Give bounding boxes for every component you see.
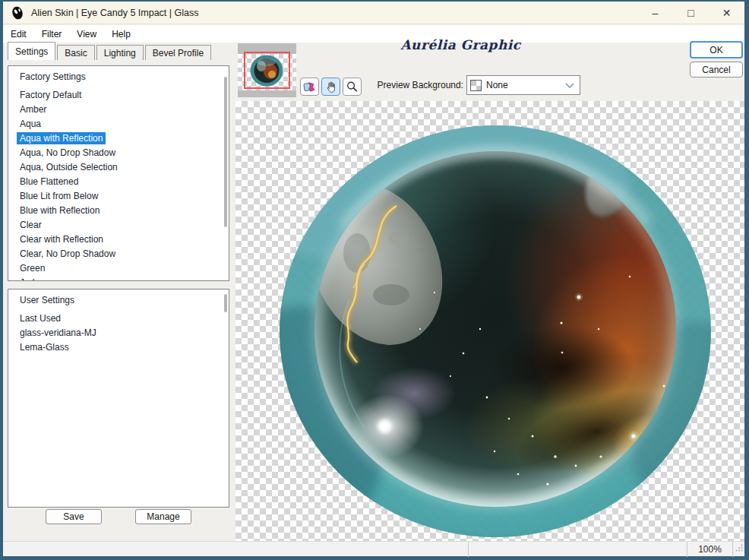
preset-item[interactable]: Amber	[17, 103, 49, 115]
cancel-button[interactable]: Cancel	[690, 62, 743, 78]
chevron-down-icon	[565, 83, 574, 88]
preview-background-dropdown[interactable]: None	[466, 75, 580, 95]
user-settings-items: Last Usedglass-veridiana-MJLema-Glass	[8, 312, 229, 353]
factory-settings-list[interactable]: Factory Settings Factory DefaultAmberAqu…	[8, 65, 229, 281]
preset-item[interactable]: Clear with Reflection	[17, 233, 106, 245]
checkerboard-swatch-icon	[470, 80, 482, 91]
close-button[interactable]: ✕	[709, 2, 744, 24]
pan-tool-button[interactable]	[321, 78, 340, 96]
preset-item[interactable]: Last Used	[17, 312, 64, 324]
zoom-level: 100%	[687, 542, 733, 557]
preview-navigator[interactable]	[238, 43, 296, 97]
preset-item[interactable]: Blue with Reflection	[17, 204, 103, 217]
tab[interactable]: Bevel Profile	[145, 45, 211, 60]
preset-item[interactable]: Aqua	[17, 118, 44, 130]
maximize-button[interactable]: □	[673, 2, 709, 24]
preset-item[interactable]: Clear	[17, 219, 45, 231]
preset-item[interactable]: Clear, No Drop Shadow	[17, 248, 119, 260]
menu-item[interactable]: Edit	[3, 27, 34, 41]
preset-item[interactable]: glass-veridiana-MJ	[17, 327, 100, 339]
tab[interactable]: Settings	[8, 42, 55, 60]
user-settings-header: User Settings	[17, 294, 77, 306]
preview-background-label: Preview Background:	[351, 80, 463, 90]
preset-item[interactable]: Jade	[17, 277, 43, 281]
factory-scrollbar[interactable]	[224, 68, 227, 279]
window-title: Alien Skin | Eye Candy 5 Impact | Glass	[31, 8, 198, 18]
watermark-text: Aurélia Graphic	[379, 37, 542, 52]
tab[interactable]: Lighting	[96, 45, 144, 60]
glass-sphere-preview	[235, 101, 744, 541]
preview-canvas[interactable]	[235, 101, 744, 541]
factory-settings-header: Factory Settings	[17, 71, 89, 83]
dialog-window: Alien Skin | Eye Candy 5 Impact | Glass …	[3, 2, 744, 556]
compare-view-button[interactable]	[300, 78, 319, 96]
preset-item[interactable]: Aqua with Reflection	[17, 132, 106, 144]
title-bar: Alien Skin | Eye Candy 5 Impact | Glass …	[3, 2, 744, 24]
status-cell	[3, 542, 469, 557]
scrollbar-thumb[interactable]	[224, 77, 227, 227]
preset-item[interactable]: Lema-Glass	[17, 341, 72, 353]
resize-grip-icon[interactable]	[735, 541, 743, 555]
preset-item[interactable]: Blue Flattened	[17, 176, 81, 188]
preset-item[interactable]: Green	[17, 262, 48, 274]
user-settings-list[interactable]: User Settings Last Usedglass-veridiana-M…	[8, 289, 229, 508]
save-button[interactable]: Save	[46, 509, 102, 524]
window-controls: – □ ✕	[637, 2, 744, 24]
status-bar: 100%	[3, 541, 744, 556]
hand-icon	[324, 80, 338, 94]
preset-item[interactable]: Aqua, Outside Selection	[17, 161, 121, 173]
menu-item[interactable]: Filter	[34, 27, 70, 41]
menu-bar: EditFilterViewHelp	[3, 25, 744, 43]
user-scrollbar[interactable]	[224, 291, 227, 505]
dropdown-value: None	[486, 80, 565, 90]
alien-skin-logo-icon	[11, 5, 24, 21]
preset-item[interactable]: Aqua, No Drop Shadow	[17, 147, 119, 159]
tab-strip: SettingsBasicLightingBevel Profile	[8, 42, 213, 60]
preset-item[interactable]: Blue Lit from Below	[17, 190, 101, 202]
manage-button[interactable]: Manage	[135, 509, 191, 524]
scrollbar-thumb[interactable]	[224, 294, 227, 312]
menu-item[interactable]: View	[69, 27, 104, 41]
tab[interactable]: Basic	[57, 45, 94, 60]
compare-icon	[302, 80, 317, 94]
factory-settings-items: Factory DefaultAmberAquaAqua with Reflec…	[8, 89, 229, 281]
status-cell	[469, 542, 687, 557]
menu-item[interactable]: Help	[104, 27, 138, 41]
ok-button[interactable]: OK	[690, 41, 743, 59]
minimize-button[interactable]: –	[637, 2, 673, 24]
preset-item[interactable]: Factory Default	[17, 89, 84, 101]
navigator-view-rectangle[interactable]	[244, 52, 290, 89]
